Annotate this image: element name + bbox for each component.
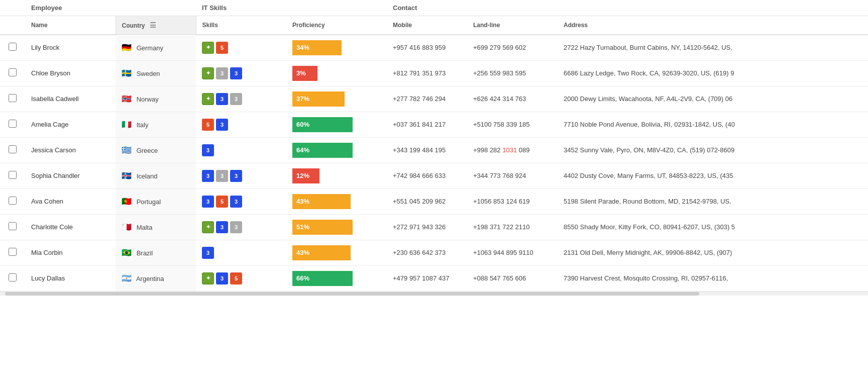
row-checkbox[interactable] — [9, 197, 17, 205]
col-checkbox — [0, 16, 25, 35]
col-skills: Skills — [196, 16, 286, 35]
row-landline-cell: +088 547 765 606 — [467, 265, 558, 291]
row-checkbox-cell[interactable] — [0, 189, 25, 214]
row-landline-cell: +998 282 1031 089 — [467, 137, 558, 163]
proficiency-bar: 34% — [292, 40, 381, 55]
table-row: Chloe Bryson 🇸🇪 Sweden ✦33 3% +812 791 3… — [0, 60, 868, 86]
css-icon: 3 — [216, 221, 228, 233]
contact-group-label: Contact — [393, 4, 417, 12]
row-skills-cell: 333 — [196, 163, 286, 189]
row-name-cell: Chloe Bryson — [25, 60, 116, 86]
table-row: Lily Brock 🇩🇪 Germany ✦5 34% +957 416 88… — [0, 35, 868, 61]
table-row: Ava Cohen 🇵🇹 Portugal 353 43% +551 045 2… — [0, 189, 868, 214]
row-checkbox[interactable] — [9, 273, 17, 281]
row-checkbox-cell[interactable] — [0, 214, 25, 240]
row-checkbox[interactable] — [9, 248, 17, 256]
row-name-cell: Sophia Chandler — [25, 163, 116, 189]
skill-icons-container: 353 — [202, 196, 280, 208]
skill-gray-icon: 3 — [230, 221, 242, 233]
row-name-cell: Lily Brock — [25, 35, 116, 61]
country-flag: 🇦🇷 — [122, 274, 132, 282]
row-skills-cell: ✦5 — [196, 35, 286, 61]
col-proficiency: Proficiency — [286, 16, 387, 35]
bottom-scrollbar[interactable] — [0, 292, 868, 296]
row-checkbox[interactable] — [9, 68, 17, 76]
row-checkbox[interactable] — [9, 222, 17, 230]
table-row: Mia Corbin 🇧🇷 Brazil 3 43% +230 636 642 … — [0, 240, 868, 265]
row-checkbox-cell[interactable] — [0, 35, 25, 61]
row-mobile-cell: +479 957 1087 437 — [387, 265, 467, 291]
row-checkbox[interactable] — [9, 120, 17, 128]
row-mobile-cell: +277 782 746 294 — [387, 86, 467, 112]
css-icon: 3 — [202, 247, 214, 259]
row-skills-cell: ✦33 — [196, 214, 286, 240]
country-name: Iceland — [137, 172, 158, 180]
row-checkbox-cell[interactable] — [0, 265, 25, 291]
group-contact-header: Contact — [387, 0, 868, 16]
row-address-cell: 7710 Noble Pond Avenue, Bolivia, RI, 029… — [558, 112, 868, 137]
main-table-container[interactable]: Employee IT Skills Contact Name Country … — [0, 0, 868, 296]
skill-icons-container: 53 — [202, 119, 280, 131]
css-icon: 3 — [230, 170, 242, 182]
country-name: Malta — [137, 224, 153, 231]
table-row: Charlotte Cole 🇲🇹 Malta ✦33 51% +272 971… — [0, 214, 868, 240]
proficiency-label: 3% — [292, 66, 317, 81]
row-proficiency-cell: 51% — [286, 214, 387, 240]
row-country-cell: 🇧🇷 Brazil — [116, 240, 196, 265]
row-address-cell: 6686 Lazy Ledge, Two Rock, CA, 92639-302… — [558, 60, 868, 86]
country-flag: 🇧🇷 — [122, 248, 132, 257]
row-mobile-cell: +812 791 351 973 — [387, 60, 467, 86]
row-address-cell: 4402 Dusty Cove, Many Farms, UT, 84853-8… — [558, 163, 868, 189]
row-name-cell: Jessica Carson — [25, 137, 116, 163]
row-mobile-cell: +742 984 666 633 — [387, 163, 467, 189]
row-checkbox[interactable] — [9, 145, 17, 153]
sort-icon[interactable]: ☰ — [150, 21, 156, 29]
row-checkbox-cell[interactable] — [0, 86, 25, 112]
row-name-cell: Amelia Cage — [25, 112, 116, 137]
skill-icons-container: 333 — [202, 170, 280, 182]
html-icon: 5 — [216, 196, 228, 208]
css-icon: 3 — [216, 119, 228, 131]
row-skills-cell: 53 — [196, 112, 286, 137]
row-country-cell: 🇬🇷 Greece — [116, 137, 196, 163]
row-checkbox-cell[interactable] — [0, 163, 25, 189]
scrollbar-thumb — [5, 292, 699, 296]
proficiency-bar: 66% — [292, 271, 381, 286]
row-landline-cell: +5100 758 339 185 — [467, 112, 558, 137]
row-address-cell: 3452 Sunny Vale, Pyro, ON, M8V-4Z0, CA, … — [558, 137, 868, 163]
row-address-cell: 2722 Hazy Turnabout, Burnt Cabins, NY, 1… — [558, 35, 868, 61]
proficiency-bar: 37% — [292, 91, 381, 107]
country-name: Greece — [137, 147, 158, 154]
js-icon: ✦ — [202, 272, 214, 285]
proficiency-label: 34% — [292, 40, 342, 55]
row-skills-cell: ✦35 — [196, 265, 286, 291]
group-itskills-header: IT Skills — [196, 0, 387, 16]
row-skills-cell: ✦33 — [196, 60, 286, 86]
employee-table: Employee IT Skills Contact Name Country … — [0, 0, 868, 292]
row-address-cell: 7390 Harvest Crest, Mosquito Crossing, R… — [558, 265, 868, 291]
row-checkbox-cell[interactable] — [0, 137, 25, 163]
css-icon: 3 — [216, 272, 228, 285]
row-landline-cell: +1056 853 124 619 — [467, 189, 558, 214]
row-checkbox[interactable] — [9, 94, 17, 102]
col-header-row: Name Country ☰ Skills Proficiency Mobile… — [0, 16, 868, 35]
row-name-cell: Ava Cohen — [25, 189, 116, 214]
country-name: Argentina — [136, 275, 164, 282]
country-name: Brazil — [137, 249, 153, 257]
html-icon: 5 — [230, 272, 242, 285]
row-landline-cell: +256 559 983 595 — [467, 60, 558, 86]
row-checkbox-cell[interactable] — [0, 60, 25, 86]
row-checkbox-cell[interactable] — [0, 240, 25, 265]
country-flag: 🇩🇪 — [122, 43, 132, 52]
row-landline-cell: +198 371 722 2110 — [467, 214, 558, 240]
col-country: Country ☰ — [116, 16, 196, 35]
proficiency-bar: 43% — [292, 194, 381, 209]
row-country-cell: 🇲🇹 Malta — [116, 214, 196, 240]
row-checkbox[interactable] — [9, 171, 17, 179]
row-checkbox[interactable] — [9, 43, 17, 51]
row-checkbox-cell[interactable] — [0, 112, 25, 137]
row-address-cell: 2131 Old Dell, Merry Midnight, AK, 99906… — [558, 240, 868, 265]
skill-icons-container: ✦5 — [202, 42, 280, 54]
table-row: Jessica Carson 🇬🇷 Greece 3 64% +343 199 … — [0, 137, 868, 163]
row-landline-cell: +626 424 314 763 — [467, 86, 558, 112]
